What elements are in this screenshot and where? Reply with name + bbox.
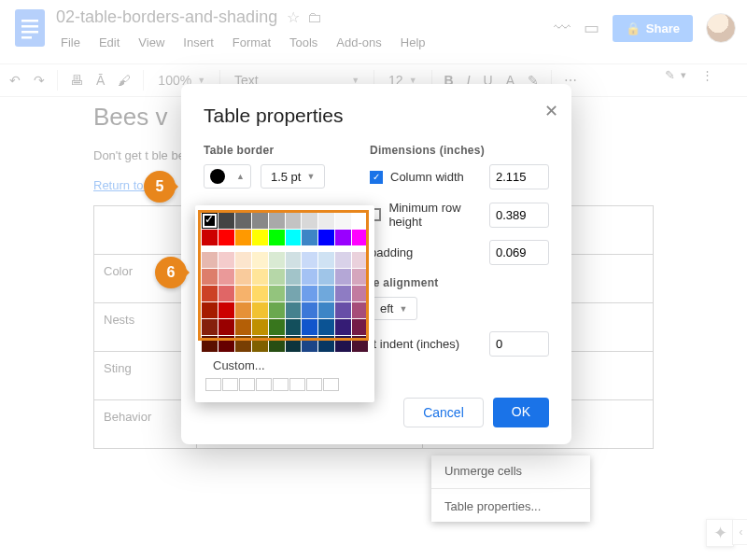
color-swatch[interactable] [269, 230, 285, 245]
color-swatch[interactable] [335, 319, 351, 335]
editing-mode-dropdown[interactable]: ✎ ▾ ⋮ [665, 68, 713, 82]
color-swatch[interactable] [202, 302, 218, 318]
color-swatch[interactable] [202, 336, 218, 352]
color-swatch[interactable] [318, 230, 334, 245]
comments-icon[interactable]: ▭ [584, 18, 599, 38]
column-width-checkbox[interactable]: ✓ [370, 171, 383, 184]
color-swatch[interactable] [202, 213, 218, 229]
color-swatch[interactable] [269, 286, 285, 301]
row-height-input[interactable] [489, 203, 549, 228]
color-swatch[interactable] [286, 230, 302, 245]
custom-swatch[interactable] [256, 378, 272, 391]
close-icon[interactable]: ✕ [544, 101, 558, 121]
color-swatch[interactable] [352, 213, 368, 229]
color-swatch[interactable] [318, 252, 334, 268]
color-swatch[interactable] [302, 319, 317, 335]
color-swatch[interactable] [235, 230, 251, 245]
color-swatch[interactable] [252, 336, 268, 352]
color-swatch[interactable] [335, 252, 351, 268]
color-swatch[interactable] [202, 319, 218, 335]
color-swatch[interactable] [218, 230, 234, 245]
custom-swatch[interactable] [289, 378, 305, 391]
color-swatch[interactable] [302, 230, 317, 245]
color-swatch[interactable] [286, 286, 302, 301]
custom-swatch[interactable] [205, 378, 221, 391]
column-width-input[interactable] [489, 164, 549, 189]
color-swatch[interactable] [286, 252, 302, 268]
custom-swatch[interactable] [306, 378, 322, 391]
color-swatch[interactable] [286, 302, 302, 318]
docs-logo[interactable] [11, 9, 49, 47]
color-swatch[interactable] [235, 213, 251, 229]
color-swatch[interactable] [302, 302, 317, 318]
table-alignment-dropdown[interactable]: eft▼ [370, 297, 417, 320]
return-link[interactable]: Return to t [93, 178, 150, 192]
menu-tools[interactable]: Tools [283, 33, 324, 52]
color-swatch[interactable] [218, 213, 234, 229]
color-swatch[interactable] [235, 319, 251, 335]
color-swatch[interactable] [269, 269, 285, 285]
color-swatch[interactable] [335, 230, 351, 245]
color-swatch[interactable] [202, 230, 218, 245]
color-swatch[interactable] [235, 336, 251, 352]
menu-file[interactable]: File [54, 33, 87, 52]
color-swatch[interactable] [302, 336, 317, 352]
color-swatch[interactable] [318, 213, 334, 229]
color-swatch[interactable] [352, 252, 368, 268]
color-swatch[interactable] [218, 252, 234, 268]
color-swatch[interactable] [235, 286, 251, 301]
activity-icon[interactable]: 〰 [554, 19, 571, 38]
cancel-button[interactable]: Cancel [403, 398, 484, 427]
color-swatch[interactable] [269, 213, 285, 229]
color-swatch[interactable] [252, 319, 268, 335]
cell-padding-input[interactable] [489, 240, 549, 265]
star-icon[interactable]: ☆ [287, 8, 300, 26]
color-swatch[interactable] [202, 269, 218, 285]
side-panel-toggle[interactable]: ‹ [732, 519, 747, 545]
color-swatch[interactable] [269, 252, 285, 268]
color-swatch[interactable] [218, 336, 234, 352]
menu-view[interactable]: View [132, 33, 171, 52]
spellcheck-button[interactable]: Ā [91, 69, 110, 91]
menu-addons[interactable]: Add-ons [330, 33, 388, 52]
redo-button[interactable]: ↷ [28, 69, 50, 91]
color-swatch[interactable] [218, 319, 234, 335]
color-swatch[interactable] [335, 286, 351, 301]
avatar[interactable] [706, 13, 736, 43]
explore-button[interactable]: ✦ [706, 519, 734, 547]
color-swatch[interactable] [302, 213, 317, 229]
doc-title[interactable]: 02-table-borders-and-shading [54, 6, 279, 29]
color-swatch[interactable] [352, 319, 368, 335]
color-swatch[interactable] [286, 319, 302, 335]
color-swatch[interactable] [318, 302, 334, 318]
color-swatch[interactable] [269, 319, 285, 335]
color-swatch[interactable] [352, 302, 368, 318]
print-button[interactable]: 🖶 [64, 69, 89, 91]
color-swatch[interactable] [252, 302, 268, 318]
left-indent-input[interactable] [489, 331, 549, 357]
border-width-dropdown[interactable]: 1.5 pt▼ [261, 164, 325, 189]
color-swatch[interactable] [302, 252, 317, 268]
menu-insert[interactable]: Insert [176, 33, 220, 52]
paint-format-button[interactable]: 🖌 [112, 69, 136, 91]
color-swatch[interactable] [235, 269, 251, 285]
color-swatch[interactable] [252, 213, 268, 229]
color-swatch[interactable] [252, 252, 268, 268]
color-swatch[interactable] [352, 286, 368, 301]
ok-button[interactable]: OK [493, 398, 549, 427]
color-swatch[interactable] [269, 336, 285, 352]
menu-edit[interactable]: Edit [92, 33, 126, 52]
color-swatch[interactable] [269, 302, 285, 318]
custom-swatch[interactable] [239, 378, 255, 391]
color-swatch[interactable] [302, 286, 317, 301]
custom-swatch[interactable] [273, 378, 289, 391]
color-swatch[interactable] [218, 269, 234, 285]
color-swatch[interactable] [335, 336, 351, 352]
menu-format[interactable]: Format [226, 33, 277, 52]
color-swatch[interactable] [335, 213, 351, 229]
color-swatch[interactable] [286, 213, 302, 229]
color-swatch[interactable] [218, 286, 234, 301]
color-swatch[interactable] [218, 302, 234, 318]
color-swatch[interactable] [318, 319, 334, 335]
color-swatch[interactable] [286, 336, 302, 352]
